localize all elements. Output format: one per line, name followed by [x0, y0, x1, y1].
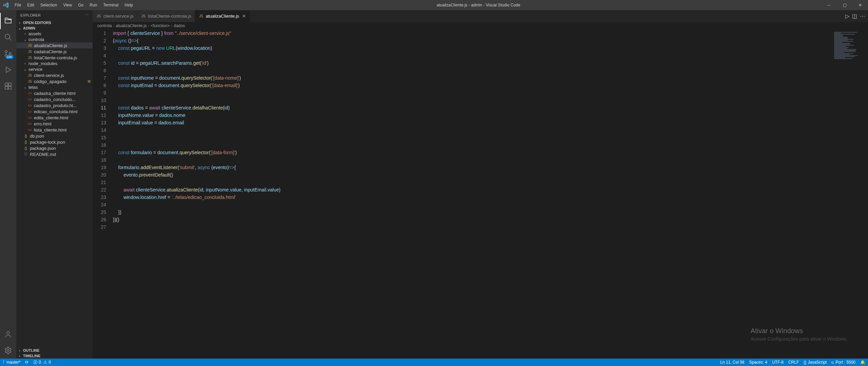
- tree-item-label: erro.html: [34, 121, 51, 126]
- tree-item-label: db.json: [30, 134, 44, 139]
- tree-item-assets[interactable]: ›assets: [16, 31, 93, 37]
- notifications-icon[interactable]: 🔔: [860, 360, 865, 365]
- tree-item-cadastro_concluido...[interactable]: <>cadastro_concluido...: [16, 96, 93, 102]
- editor-content[interactable]: 1234567891011121314151617181920212223242…: [93, 29, 868, 359]
- breadcrumb-segment[interactable]: <function>: [151, 23, 170, 28]
- breadcrumb-segment[interactable]: atualizaCliente.js: [116, 23, 147, 28]
- tree-item-cadatraCliente.js[interactable]: JScadatraCliente.js: [16, 48, 93, 55]
- maximize-button[interactable]: ▢: [837, 0, 852, 10]
- svg-marker-5: [6, 67, 11, 73]
- tree-item-package-lock.json[interactable]: {}package-lock.json: [16, 139, 93, 145]
- file-icon: <>: [27, 103, 33, 108]
- tree-item-label: cadastra_cliente.html: [34, 91, 76, 96]
- file-icon: <>: [27, 109, 33, 114]
- tree-item-node_modules[interactable]: ›node_modules: [16, 61, 93, 66]
- tree-item-label: controla: [28, 37, 44, 42]
- indentation[interactable]: Spaces: 4: [749, 360, 767, 365]
- open-editors-section[interactable]: ›OPEN EDITORS: [16, 20, 93, 25]
- timeline-section[interactable]: ›TIMELINE: [16, 353, 93, 359]
- git-branch[interactable]: ᚶ master*: [3, 360, 20, 365]
- tree-item-service[interactable]: ⌄service: [16, 66, 93, 72]
- cursor-position[interactable]: Ln 11, Col 58: [720, 360, 744, 365]
- tab-atualizaCliente.js[interactable]: JSatualizaCliente.js✕: [195, 10, 250, 22]
- menu-run[interactable]: Run: [87, 1, 100, 9]
- svg-line-1: [9, 38, 11, 40]
- accounts-icon[interactable]: [0, 326, 16, 342]
- split-editor-icon[interactable]: ◫: [852, 13, 857, 19]
- explorer-icon[interactable]: [0, 13, 16, 29]
- tab-close-icon[interactable]: ✕: [241, 14, 246, 19]
- extensions-icon[interactable]: [0, 78, 16, 94]
- language-mode[interactable]: {} JavaScript: [804, 360, 827, 365]
- tree-item-label: cadastro_produto.ht...: [34, 103, 77, 108]
- menu-edit[interactable]: Edit: [24, 1, 37, 9]
- more-actions-icon[interactable]: ⋯: [860, 13, 865, 19]
- tree-item-cadastro_produto.ht...[interactable]: <>cadastro_produto.ht...: [16, 102, 93, 108]
- outline-section[interactable]: ›OUTLINE: [16, 348, 93, 353]
- tree-item-package.json[interactable]: {}package.json: [16, 145, 93, 151]
- minimize-button[interactable]: ─: [821, 0, 837, 10]
- tree-item-label: edicao_concluida.html: [34, 109, 78, 114]
- svg-point-4: [9, 53, 11, 55]
- run-icon[interactable]: ▷: [845, 13, 849, 19]
- menu-help[interactable]: Help: [122, 1, 136, 9]
- settings-gear-icon[interactable]: [0, 342, 16, 359]
- menu-selection[interactable]: Selection: [38, 1, 60, 9]
- tab-listaCliente-controla.js[interactable]: JSlistaCliente-controla.js: [137, 10, 195, 22]
- tree-item-label: node_modules: [28, 61, 57, 66]
- tree-item-edicao_concluida.html[interactable]: <>edicao_concluida.html: [16, 108, 93, 115]
- sync-icon[interactable]: ⟳: [25, 360, 28, 365]
- tree-item-erro.html[interactable]: <>erro.html: [16, 121, 93, 127]
- run-debug-icon[interactable]: [0, 62, 16, 78]
- menu-view[interactable]: View: [60, 1, 75, 9]
- window-controls: ─ ▢ ✕: [821, 0, 868, 10]
- tree-item-label: edita_cliente.html: [34, 115, 68, 120]
- file-icon: <>: [27, 127, 33, 133]
- problems[interactable]: ⓧ 0 ⚠ 0: [33, 360, 51, 365]
- sidebar-title: EXPLORER ⋯: [16, 10, 93, 20]
- tree-item-cadastra_cliente.html[interactable]: <>cadastra_cliente.html: [16, 90, 93, 96]
- tree-item-edita_cliente.html[interactable]: <>edita_cliente.html: [16, 115, 93, 121]
- breadcrumb-segment[interactable]: dados: [174, 23, 185, 28]
- chevron-icon: ⌄: [23, 38, 27, 41]
- tree-item-client-service.js[interactable]: JSclient-service.js: [16, 72, 93, 78]
- encoding[interactable]: UTF-8: [772, 360, 784, 365]
- chevron-icon: ⌄: [23, 67, 27, 71]
- tree-item-telas[interactable]: ⌄telas: [16, 84, 93, 90]
- file-icon: JS: [27, 43, 33, 48]
- code-view[interactable]: import { clienteService } from "../servi…: [113, 29, 868, 359]
- svg-rect-8: [5, 86, 8, 89]
- menu-go[interactable]: Go: [75, 1, 86, 9]
- tree-item-listaCliente-controla.js[interactable]: JSlistaCliente-controla.js: [16, 55, 93, 61]
- tree-item-README.md[interactable]: ⓘREADME.md: [16, 151, 93, 157]
- sidebar: EXPLORER ⋯ ›OPEN EDITORS ⌄ADMIN ›assets⌄…: [16, 10, 93, 359]
- eol[interactable]: CRLF: [788, 360, 799, 365]
- more-icon[interactable]: ⋯: [85, 13, 88, 17]
- tab-client-service.js[interactable]: JSclient-service.js: [93, 10, 137, 22]
- statusbar: ᚶ master* ⟳ ⓧ 0 ⚠ 0 Ln 11, Col 58 Spaces…: [0, 359, 868, 366]
- tree-item-atualizaCliente.js[interactable]: JSatualizaCliente.js: [16, 42, 93, 48]
- source-control-icon[interactable]: 10K: [0, 45, 16, 62]
- close-button[interactable]: ✕: [852, 0, 868, 10]
- tree-item-controla[interactable]: ⌄controla: [16, 37, 93, 42]
- tree-item-lista_cliente.html[interactable]: <>lista_cliente.html: [16, 127, 93, 133]
- tree-item-label: service: [28, 67, 42, 72]
- live-server-port[interactable]: ⦸ Port : 5500: [831, 360, 855, 365]
- svg-rect-6: [5, 83, 8, 86]
- svg-point-10: [7, 331, 9, 334]
- editor-area: JSclient-service.jsJSlistaCliente-contro…: [93, 10, 868, 359]
- svg-point-0: [5, 34, 10, 39]
- js-file-icon: JS: [198, 14, 204, 19]
- search-icon[interactable]: [0, 29, 16, 45]
- minimap[interactable]: [833, 32, 863, 79]
- breadcrumb-segment[interactable]: controla: [97, 23, 112, 28]
- file-icon: JS: [27, 79, 33, 84]
- project-section[interactable]: ⌄ADMIN: [16, 25, 93, 31]
- menu-terminal[interactable]: Terminal: [100, 1, 121, 9]
- tree-item-label: package.json: [30, 146, 56, 151]
- tree-item-db.json[interactable]: {}db.json: [16, 133, 93, 139]
- tree-item-código_apagado[interactable]: JScódigo_apagadoM: [16, 78, 93, 84]
- menu-file[interactable]: File: [12, 1, 24, 9]
- breadcrumb[interactable]: controla›atualizaCliente.js›<function>›d…: [93, 22, 868, 29]
- tree-item-label: cadatraCliente.js: [34, 49, 67, 54]
